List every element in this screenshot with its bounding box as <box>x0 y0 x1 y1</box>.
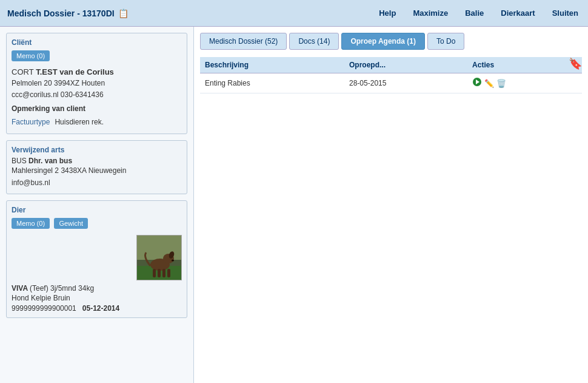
dier-chip-number: 9999999999900001 <box>12 304 76 313</box>
verwijzend-address-line1: Mahlersingel 2 3438XA Nieuwegein <box>12 166 126 175</box>
content-area: 🔖 Beschrijving Oproepd... Acties Enting … <box>200 57 582 93</box>
cell-beschrijving: Enting Rabies <box>200 73 344 93</box>
client-prefix: CORT <box>12 67 34 76</box>
dier-name-bold: VIVA <box>12 284 30 293</box>
factuur-value: Huisdieren rek. <box>55 118 104 126</box>
dier-memo-button[interactable]: Memo (0) <box>12 218 50 229</box>
help-button[interactable]: Help <box>376 7 398 19</box>
main-layout: Cliënt Memo (0) CORT T.EST van de Corilu… <box>0 27 588 383</box>
client-section: Cliënt Memo (0) CORT T.EST van de Corilu… <box>6 33 187 134</box>
dier-gewicht-button[interactable]: Gewicht <box>54 218 88 229</box>
dier-info-row <box>12 235 182 280</box>
dier-chip: 9999999999900001 05-12-2014 <box>12 304 182 313</box>
col-beschrijving: Beschrijving <box>200 57 344 73</box>
client-address-line2: ccc@corilus.nl 030-6341436 <box>12 90 104 99</box>
header-bar: Medisch Dossier - 13170DI 📋 Help Maximiz… <box>0 0 588 27</box>
dier-photo <box>136 235 182 280</box>
dier-details-line2: Hond Kelpie Bruin <box>12 294 70 302</box>
verwijzend-title: Verwijzend arts <box>12 146 182 154</box>
maximize-button[interactable]: Maximize <box>410 7 450 19</box>
client-name: CORT T.EST van de Corilus <box>12 67 182 76</box>
tabs-row: Medisch Dossier (52) Docs (14) Oproep Ag… <box>200 33 582 50</box>
left-panel: Cliënt Memo (0) CORT T.EST van de Corilu… <box>0 27 194 383</box>
svg-rect-7 <box>158 269 161 277</box>
verwijzend-address-line2: info@bus.nl <box>12 178 50 187</box>
tab-oproep[interactable]: Oproep Agenda (1) <box>341 33 425 50</box>
dierkaart-button[interactable]: Dierkaart <box>498 7 537 19</box>
dier-details-line1: (Teef) 3j/5mnd 34kg <box>30 284 94 293</box>
factuur-label: Factuurtype <box>12 118 50 126</box>
client-memo-button[interactable]: Memo (0) <box>12 50 50 61</box>
table-row: Enting Rabies28-05-2015✏️🗑️ <box>200 73 582 93</box>
dier-section: Dier Memo (0) Gewicht <box>6 200 187 318</box>
cell-oproep-datum: 28-05-2015 <box>344 73 467 93</box>
right-panel: Medisch Dossier (52) Docs (14) Oproep Ag… <box>194 27 588 383</box>
action-icons-group: ✏️🗑️ <box>472 77 577 89</box>
factuur-row: Factuurtype Huisdieren rek. <box>12 115 182 129</box>
table-header-row: Beschrijving Oproepd... Acties <box>200 57 582 73</box>
balie-button[interactable]: Balie <box>463 7 486 19</box>
svg-rect-8 <box>162 269 165 277</box>
svg-rect-9 <box>167 269 170 277</box>
delete-icon[interactable]: 🗑️ <box>496 79 506 88</box>
svg-rect-6 <box>153 269 156 277</box>
client-fullname: T.EST van de Corilus <box>36 67 114 76</box>
sluiten-button[interactable]: Sluiten <box>550 7 581 19</box>
marker-icon: 🔖 <box>569 57 582 70</box>
agenda-table: Beschrijving Oproepd... Acties Enting Ra… <box>200 57 582 93</box>
verwijzend-section: Verwijzend arts BUS Dhr. van bus Mahlers… <box>6 140 187 194</box>
window-title: Medisch Dossier - 13170DI 📋 <box>7 8 129 18</box>
client-address: Pelmolen 20 3994XZ Houten ccc@corilus.nl… <box>12 78 182 101</box>
go-icon[interactable] <box>472 77 482 89</box>
opmerking-label: Opmerking van client <box>12 104 182 113</box>
copy-icon[interactable]: 📋 <box>118 8 129 18</box>
verwijzend-address: Mahlersingel 2 3438XA Nieuwegein info@bu… <box>12 165 182 188</box>
client-address-line1: Pelmolen 20 3994XZ Houten <box>12 79 105 87</box>
client-section-title: Cliënt <box>12 38 182 47</box>
tab-medisch[interactable]: Medisch Dossier (52) <box>200 33 287 50</box>
dier-name-text: VIVA (Teef) 3j/5mnd 34kg <box>12 284 182 293</box>
svg-point-10 <box>172 259 174 261</box>
title-text: Medisch Dossier - 13170DI <box>7 8 115 18</box>
dier-section-title: Dier <box>12 206 182 214</box>
col-acties: Acties <box>467 57 582 73</box>
cell-acties: ✏️🗑️ <box>467 73 582 93</box>
dier-details: Hond Kelpie Bruin <box>12 293 182 304</box>
verwijzend-fullname: Dhr. van bus <box>28 157 72 165</box>
edit-icon[interactable]: ✏️ <box>484 79 494 88</box>
tab-todo[interactable]: To Do <box>427 33 464 50</box>
tab-docs[interactable]: Docs (14) <box>289 33 339 50</box>
col-oproepd: Oproepd... <box>344 57 467 73</box>
verwijzend-name: BUS Dhr. van bus <box>12 157 182 165</box>
verwijzend-prefix: BUS <box>12 157 27 165</box>
dier-photo-inner <box>137 236 181 280</box>
header-actions: Help Maximize Balie Dierkaart Sluiten <box>376 7 581 19</box>
dier-birth-date: 05-12-2014 <box>82 304 119 313</box>
